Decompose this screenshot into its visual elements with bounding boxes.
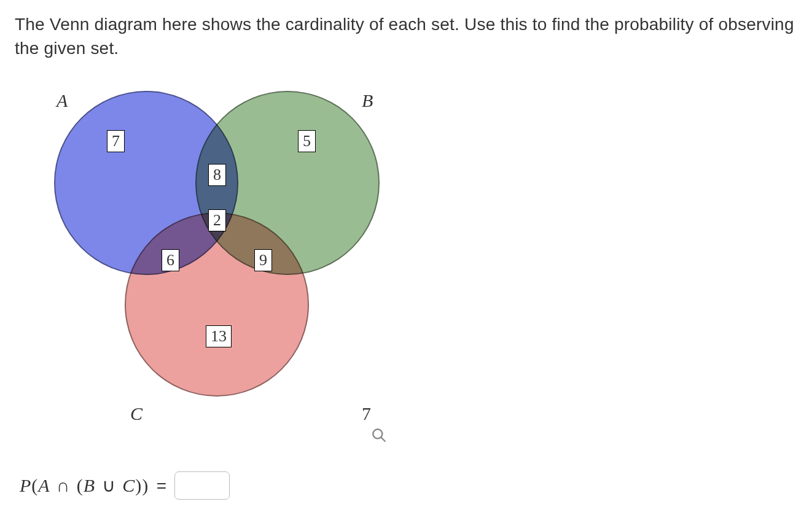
probability-formula: P(A ∩ (B ∪ C)) =	[20, 473, 170, 498]
set-label-c: C	[130, 401, 142, 427]
outside-value: 7	[362, 401, 371, 427]
region-abc: 2	[208, 209, 226, 231]
equals-sign: =	[154, 476, 170, 495]
answer-input[interactable]	[174, 471, 230, 500]
formula-c: C	[122, 475, 135, 495]
set-label-b: B	[362, 88, 373, 114]
union-symbol: ∪	[101, 475, 117, 495]
magnify-icon[interactable]	[371, 425, 387, 449]
region-a-only: 7	[107, 130, 125, 152]
region-ab: 8	[208, 164, 226, 185]
formula-p: P	[20, 475, 31, 495]
region-bc: 9	[254, 249, 272, 271]
formula-b: B	[84, 475, 95, 495]
answer-line: P(A ∩ (B ∪ C)) =	[20, 471, 797, 500]
set-label-a: A	[57, 88, 68, 114]
region-ac: 6	[162, 249, 179, 271]
circle-c	[125, 212, 309, 397]
formula-a: A	[38, 475, 50, 495]
intersect-symbol: ∩	[55, 475, 72, 495]
venn-diagram: A B C 7 7 5 8 2 6 9 13	[27, 79, 408, 447]
question-text: The Venn diagram here shows the cardinal…	[15, 12, 797, 60]
region-b-only: 5	[298, 130, 316, 152]
svg-line-1	[381, 438, 385, 442]
region-c-only: 13	[206, 325, 232, 347]
